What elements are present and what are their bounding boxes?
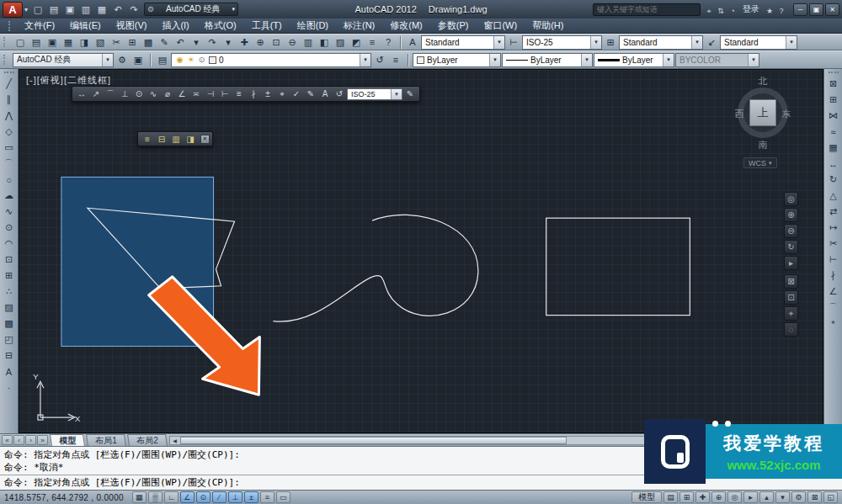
pan-icon[interactable]: ✚ (695, 491, 710, 503)
tab-model[interactable]: 模型 (50, 434, 85, 446)
mleader-style-combo[interactable]: Standard ▾ (720, 35, 797, 50)
chevron-down-icon[interactable]: ▾ (489, 54, 500, 66)
text-style-combo[interactable]: Standard ▾ (421, 35, 505, 50)
chevron-down-icon[interactable]: ▾ (663, 54, 674, 66)
undo-dropdown-icon[interactable]: ▾ (189, 35, 204, 49)
center-mark-icon[interactable]: ⌖ (275, 88, 289, 100)
viewport-controls-label[interactable]: [-][俯视][二维线框] (26, 74, 111, 87)
mirror-icon[interactable]: ⋈ (825, 108, 841, 124)
menu-window[interactable]: 窗口(W) (476, 19, 525, 34)
layer-freeze-sun-icon[interactable]: ☀ (186, 56, 195, 64)
baseline-icon[interactable]: ⊣ (204, 88, 217, 100)
ellipse-arc-icon[interactable]: ◠ (1, 236, 17, 252)
copy-icon[interactable]: ⊞ (825, 92, 841, 108)
break-icon[interactable]: ∤ (825, 268, 841, 284)
workspace-save-icon[interactable]: ▣ (131, 53, 146, 66)
zoom-window-tool-icon[interactable]: ⊡ (784, 290, 798, 305)
color-combo[interactable]: ByLayer ▾ (413, 53, 501, 67)
continue-icon[interactable]: ⊢ (218, 88, 232, 100)
layer-properties-icon[interactable]: ▤ (155, 53, 170, 66)
chevron-down-icon[interactable]: ▾ (391, 89, 402, 99)
hatch-icon[interactable]: ▨ (1, 300, 17, 316)
dim-style-combo[interactable]: ISO-25 ▾ (522, 35, 602, 50)
search-icon[interactable]: ⌖ (703, 5, 715, 17)
signin-link[interactable]: 登录 (741, 3, 761, 15)
tab-prev-button[interactable]: ‹ (13, 435, 24, 445)
new-icon[interactable]: ▢ (13, 35, 28, 49)
wcs-menu[interactable]: WCS ▾ (743, 157, 777, 168)
layer-on-bulb-icon[interactable]: ◉ (175, 56, 184, 64)
array-icon[interactable]: ▦ (825, 140, 841, 156)
dimension-edit-icon[interactable]: ✎ (304, 88, 317, 100)
paste-icon[interactable]: ▩ (141, 35, 156, 49)
tool-palettes-icon[interactable]: ▨ (333, 35, 348, 49)
lineweight-toggle[interactable]: ≡ (260, 491, 274, 503)
infocenter-search[interactable] (593, 3, 701, 16)
menu-dimension[interactable]: 标注(N) (336, 19, 382, 34)
clean-screen-icon[interactable]: ◱ (823, 491, 838, 503)
arc-length-icon[interactable]: ⌒ (104, 88, 117, 100)
toolbar-lock-icon[interactable]: ⊠ (807, 491, 822, 503)
dim-style-combo-floating[interactable]: ISO-25 ▾ (347, 88, 402, 100)
viewcube-south-label[interactable]: 南 (732, 139, 794, 151)
region-icon[interactable]: ◰ (1, 332, 17, 347)
publish-icon[interactable]: ▧ (93, 35, 108, 49)
layer-lock-icon[interactable]: ⊙ (197, 56, 206, 64)
spline-icon[interactable]: ∿ (1, 204, 17, 220)
group-select-icon[interactable]: ◨ (184, 133, 197, 146)
navigation-wheel-icon[interactable]: ◎ (784, 192, 798, 206)
offset-icon[interactable]: ≈ (825, 124, 841, 140)
plot-icon[interactable]: ▦ (94, 3, 109, 16)
chevron-down-icon[interactable]: ▾ (581, 54, 592, 66)
ducs-toggle[interactable]: ⊥ (228, 491, 242, 503)
save-icon[interactable]: ▣ (62, 3, 77, 16)
menu-insert[interactable]: 插入(I) (154, 19, 196, 34)
viewcube-east-label[interactable]: 东 (755, 108, 818, 120)
tab-layout2[interactable]: 布局2 (127, 434, 168, 446)
aligned-dimension-icon[interactable]: ↗ (89, 88, 103, 100)
make-block-icon[interactable]: ⊞ (1, 268, 17, 284)
mtext-icon[interactable]: A (1, 363, 17, 379)
chamfer-icon[interactable]: ∠ (825, 284, 841, 300)
diameter-icon[interactable]: ⌀ (161, 88, 174, 100)
polygon-icon[interactable]: ◇ (1, 124, 17, 140)
ortho-toggle[interactable]: ∟ (164, 491, 179, 503)
layer-previous-icon[interactable]: ↺ (372, 53, 387, 66)
help-icon[interactable]: ? (381, 35, 396, 49)
menu-format[interactable]: 格式(O) (197, 19, 244, 34)
zoom-window-icon[interactable]: ⊡ (269, 35, 284, 49)
quick-dimension-icon[interactable]: ≍ (189, 88, 203, 100)
zoom-tool-icon[interactable]: ⊖ (784, 224, 798, 238)
exchange-icon[interactable]: ⇅ (715, 5, 727, 17)
pan-icon[interactable]: ✚ (237, 35, 252, 49)
linear-dimension-icon[interactable]: ↔ (75, 88, 88, 100)
lineweight-combo[interactable]: ByLayer ▾ (594, 53, 674, 67)
chevron-down-icon[interactable]: ▾ (691, 36, 702, 49)
copy-clip-icon[interactable]: ⊞ (125, 35, 140, 49)
chevron-down-icon[interactable]: ▾ (493, 36, 504, 49)
zoom-extents-icon[interactable]: ⊠ (784, 274, 798, 289)
viewcube-north-label[interactable]: 北 (732, 75, 794, 88)
dimension-break-icon[interactable]: ∤ (247, 88, 260, 100)
zoom-icon[interactable]: ⊕ (711, 491, 726, 503)
rectangle-entity[interactable] (546, 218, 690, 315)
table-icon[interactable]: ⊟ (1, 347, 17, 363)
angular-icon[interactable]: ∠ (175, 88, 189, 100)
menu-tools[interactable]: 工具(T) (244, 19, 290, 34)
scale-icon[interactable]: △ (825, 188, 841, 204)
polyline-icon[interactable]: ⋀ (1, 108, 17, 124)
line-icon[interactable]: ╱ (1, 76, 17, 92)
revcloud-icon[interactable]: ☁ (1, 188, 17, 204)
add-selected-icon[interactable]: · (1, 379, 17, 395)
dimension-style-edit-icon[interactable]: ✎ (403, 88, 417, 100)
cut-icon[interactable]: ✂ (109, 35, 124, 49)
free-orbit-icon[interactable]: ◌ (784, 322, 798, 337)
orbit-tool-icon[interactable]: ↻ (784, 240, 798, 254)
workspace-combo-2[interactable]: AutoCAD 经典 ▾ (13, 53, 114, 67)
layer-states-icon[interactable]: ≡ (388, 53, 403, 66)
qnew-icon[interactable]: ▢ (30, 3, 45, 16)
group-icon[interactable]: ≡ (141, 133, 154, 146)
dyn-toggle[interactable]: ± (244, 491, 258, 503)
quickview-layouts-icon[interactable]: ▤ (663, 491, 678, 503)
menu-help[interactable]: 帮助(H) (525, 19, 571, 34)
